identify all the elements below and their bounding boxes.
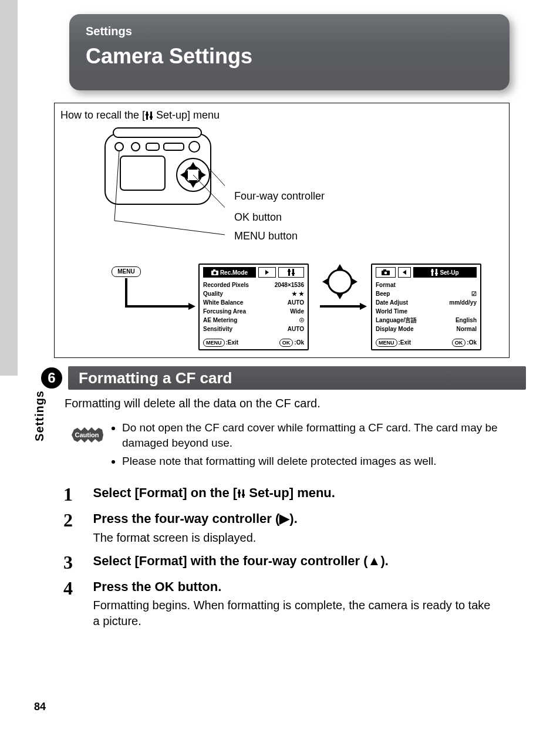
section-heading: Formatting a CF card	[68, 366, 526, 390]
svg-rect-28	[292, 269, 294, 276]
svg-line-16	[114, 151, 119, 221]
svg-marker-26	[265, 270, 269, 275]
svg-line-17	[114, 221, 225, 236]
page-number: 84	[34, 701, 46, 713]
caution-list: Do not open the CF card cover while form…	[113, 420, 510, 472]
setup-icon	[431, 269, 438, 276]
svg-line-14	[210, 169, 225, 196]
step-heading: Press the OK button.	[93, 579, 498, 596]
setup-icon	[145, 111, 153, 120]
camera-icon	[382, 269, 390, 275]
caution-item: Please note that formatting will delete …	[122, 454, 510, 469]
camera-illustration	[90, 121, 225, 238]
svg-rect-44	[242, 494, 245, 496]
svg-rect-30	[292, 273, 295, 274]
arrow-right-icon	[188, 303, 195, 310]
svg-rect-38	[435, 273, 438, 274]
section-label: Settings	[69, 14, 510, 40]
step-heading: Press the four-way controller (▶).	[93, 511, 498, 528]
svg-point-9	[115, 143, 123, 151]
step-number: 3	[63, 553, 90, 572]
svg-point-33	[384, 272, 387, 275]
caution-icon: Caution	[69, 424, 104, 446]
setup-icon	[237, 489, 245, 498]
svg-rect-3	[150, 116, 153, 118]
lcd2-rows: Format Beep☑ Date Adjustmm/dd/yy World T…	[376, 281, 477, 333]
svg-rect-11	[146, 143, 159, 150]
svg-rect-1	[150, 112, 152, 120]
step-4: 4 Press the OK button. Formatting begins…	[63, 579, 510, 630]
svg-rect-36	[436, 269, 437, 276]
svg-rect-24	[213, 269, 215, 271]
svg-rect-43	[238, 492, 241, 494]
svg-rect-12	[164, 143, 184, 150]
chapter-number: 6	[41, 367, 62, 389]
fourway-label: Four-way controller	[234, 190, 325, 202]
step-number: 1	[63, 485, 90, 504]
flow-line	[320, 305, 361, 308]
step-heading: Select [Format] with the four-way contro…	[93, 553, 498, 570]
svg-point-18	[328, 270, 352, 293]
menu-button-badge: MENU	[112, 266, 141, 277]
flow-line	[125, 278, 127, 306]
step-3: 3 Select [Format] with the four-way cont…	[63, 553, 510, 572]
step-body: The format screen is displayed.	[93, 530, 498, 546]
steps-list: 1 Select [Format] on the [ Set-up] menu.…	[63, 485, 510, 636]
lcd1-tab-label: Rec.Mode	[220, 269, 248, 276]
tab-left-arrow	[398, 267, 411, 278]
svg-marker-20	[336, 293, 343, 299]
svg-rect-6	[120, 156, 165, 190]
svg-marker-21	[322, 278, 328, 285]
triangle-left-icon	[402, 269, 407, 275]
svg-marker-34	[403, 270, 406, 275]
lcd-recmode: Rec.Mode Recorded Pixels2048×1536 Qualit…	[198, 264, 309, 350]
caution-item: Do not open the CF card cover while form…	[122, 420, 510, 450]
arrow-right-icon	[360, 303, 367, 310]
lcd2-tab-label: Set-Up	[440, 269, 458, 276]
svg-point-25	[213, 272, 216, 275]
sidebar-tab-label: Settings	[33, 390, 46, 441]
svg-rect-42	[242, 489, 244, 498]
step-number: 2	[63, 511, 90, 529]
svg-point-13	[189, 141, 200, 152]
setup-icon	[288, 269, 295, 276]
recall-caption: How to recall the [ Set-up] menu	[60, 109, 220, 121]
lcd1-rows: Recorded Pixels2048×1536 Quality★ ★ Whit…	[203, 281, 304, 333]
svg-rect-2	[146, 114, 149, 116]
intro-text: Formatting will delete all the data on t…	[65, 397, 321, 410]
svg-rect-5	[113, 128, 201, 137]
svg-marker-22	[352, 278, 357, 285]
camera-icon	[211, 269, 218, 275]
tab-setup-icon	[278, 267, 304, 278]
svg-rect-35	[431, 269, 433, 276]
step-body: Formatting begins. When formatting is co…	[93, 597, 498, 629]
svg-text:Caution: Caution	[75, 431, 99, 438]
step-1: 1 Select [Format] on the [ Set-up] menu.	[63, 485, 510, 504]
svg-rect-32	[383, 269, 386, 271]
page-title: Camera Settings	[69, 40, 510, 69]
svg-point-10	[131, 143, 140, 151]
okbtn-label: OK button	[234, 211, 282, 224]
page-margin-strip	[0, 0, 18, 376]
recall-diagram: How to recall the [ Set-up] menu Four-wa…	[54, 103, 510, 358]
menubtn-label: MENU button	[234, 230, 298, 242]
step-heading: Select [Format] on the [ Set-up] menu.	[93, 485, 335, 500]
svg-marker-19	[336, 264, 343, 270]
step-2: 2 Press the four-way controller (▶). The…	[63, 511, 510, 546]
section-heading-wrap: 6 Formatting a CF card	[18, 366, 560, 390]
chapter-header: Settings Camera Settings	[69, 14, 510, 90]
fourway-pad-icon	[320, 262, 360, 302]
lcd-setup: Set-Up Format Beep☑ Date Adjustmm/dd/yy …	[371, 264, 481, 350]
svg-rect-37	[431, 271, 434, 272]
triangle-right-icon	[264, 269, 270, 275]
svg-rect-27	[288, 269, 290, 276]
svg-rect-29	[288, 271, 291, 272]
flow-line	[125, 305, 190, 308]
step-number: 4	[63, 579, 90, 597]
tab-right-arrow	[258, 267, 276, 278]
tab-camera-icon	[376, 267, 396, 278]
